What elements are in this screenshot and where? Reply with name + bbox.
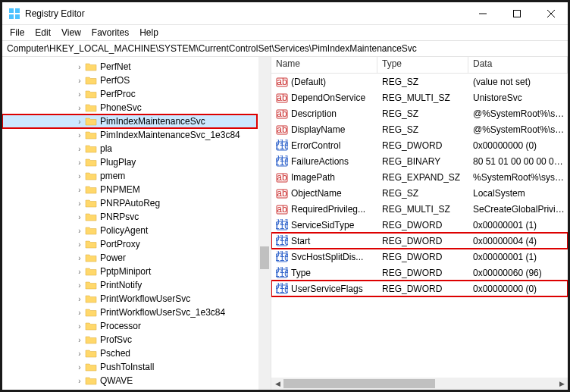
value-row[interactable]: abDisplayNameREG_SZ@%SystemRoot%\system [271, 121, 568, 137]
tree-pane[interactable]: ›PerfNet›PerfOS›PerfProc›PhoneSvc›PimInd… [2, 57, 271, 390]
chevron-right-icon[interactable]: › [74, 350, 85, 358]
value-row[interactable]: abDependOnServiceREG_MULTI_SZUnistoreSvc [271, 89, 568, 105]
chevron-right-icon[interactable]: › [74, 281, 85, 290]
chevron-right-icon[interactable]: › [74, 336, 85, 344]
tree-node[interactable]: ›PushToInstall [2, 360, 257, 374]
chevron-right-icon[interactable]: › [74, 158, 85, 167]
col-name[interactable]: Name [271, 57, 377, 73]
scroll-left-icon[interactable]: ◀ [271, 378, 283, 390]
tree-node[interactable]: ›PimIndexMaintenanceSvc_1e3c84 [2, 128, 257, 142]
folder-icon [85, 375, 97, 386]
menu-file[interactable]: File [5, 26, 29, 39]
folder-icon [85, 212, 97, 222]
chevron-right-icon[interactable]: › [74, 227, 85, 235]
tree-node[interactable]: ›PNPMEM [2, 183, 257, 196]
scroll-right-icon[interactable]: ▶ [556, 378, 568, 390]
value-row[interactable]: abDescriptionREG_SZ@%SystemRoot%\system [271, 105, 568, 121]
tree-node[interactable]: ›PortProxy [2, 237, 257, 251]
col-type[interactable]: Type [377, 57, 468, 73]
list-body[interactable]: ab(Default)REG_SZ(value not set)abDepend… [271, 74, 568, 378]
tree-node[interactable]: ›QWAVEdrv [2, 387, 257, 390]
chevron-right-icon[interactable]: › [74, 145, 85, 153]
folder-icon [85, 362, 97, 372]
col-data[interactable]: Data [468, 57, 568, 73]
scroll-track[interactable] [283, 378, 556, 390]
tree-scrollbar[interactable] [258, 57, 271, 390]
chevron-right-icon[interactable]: › [74, 309, 85, 317]
chevron-right-icon[interactable]: › [74, 90, 85, 99]
folder-icon [85, 198, 97, 209]
folder-icon [85, 239, 97, 249]
value-list-pane: Name Type Data ab(Default)REG_SZ(value n… [271, 57, 568, 390]
folder-icon [85, 321, 97, 331]
chevron-right-icon[interactable]: › [74, 268, 85, 276]
value-data: (value not set) [470, 77, 568, 87]
value-row[interactable]: 011110FailureActionsREG_BINARY80 51 01 0… [271, 153, 568, 169]
value-row[interactable]: 011110StartREG_DWORD0x00000004 (4) [271, 233, 568, 249]
value-row[interactable]: 011110UserServiceFlagsREG_DWORD0x0000000… [271, 281, 568, 296]
chevron-right-icon[interactable]: › [74, 363, 85, 372]
value-data: 80 51 01 00 00 00 00 00 00 [470, 156, 568, 167]
maximize-button[interactable] [500, 3, 534, 24]
chevron-right-icon[interactable]: › [74, 240, 85, 249]
tree-node[interactable]: ›Psched [2, 347, 257, 360]
menu-view[interactable]: View [57, 26, 86, 39]
chevron-right-icon[interactable]: › [74, 213, 85, 221]
tree-node[interactable]: ›pmem [2, 169, 257, 183]
tree-node[interactable]: ›PerfProc [2, 87, 257, 101]
value-row[interactable]: 011110SvcHostSplitDis...REG_DWORD0x00000… [271, 249, 568, 265]
value-type: REG_SZ [379, 108, 470, 119]
tree-node[interactable]: ›PNRPsvc [2, 210, 257, 224]
list-hscrollbar[interactable]: ◀ ▶ [271, 378, 568, 390]
value-row[interactable]: 011110TypeREG_DWORD0x00000060 (96) [271, 265, 568, 281]
tree-node[interactable]: ›PrintNotify [2, 278, 257, 292]
tree-node[interactable]: ›PhoneSvc [2, 101, 257, 114]
folder-icon [85, 252, 97, 263]
tree-node[interactable]: ›PrintWorkflowUserSvc [2, 292, 257, 306]
chevron-right-icon[interactable]: › [74, 131, 85, 140]
chevron-right-icon[interactable]: › [74, 77, 85, 85]
chevron-right-icon[interactable]: › [74, 199, 85, 208]
tree-node[interactable]: ›PolicyAgent [2, 224, 257, 237]
value-row[interactable]: 011110ErrorControlREG_DWORD0x00000000 (0… [271, 137, 568, 153]
scrollbar-thumb[interactable] [260, 246, 269, 269]
value-name: DependOnService [291, 93, 365, 103]
tree-node[interactable]: ›PptpMiniport [2, 265, 257, 278]
chevron-right-icon[interactable]: › [74, 172, 85, 180]
chevron-right-icon[interactable]: › [74, 104, 85, 112]
tree-node[interactable]: ›PNRPAutoReg [2, 196, 257, 210]
tree-node[interactable]: ›Power [2, 251, 257, 265]
tree-node[interactable]: ›PerfOS [2, 74, 257, 87]
value-type: REG_DWORD [379, 284, 470, 294]
value-row[interactable]: abObjectNameREG_SZLocalSystem [271, 185, 568, 201]
tree-node-label: QWAVEdrv [100, 389, 146, 390]
chevron-right-icon[interactable]: › [74, 322, 85, 331]
tree-node[interactable]: ›QWAVE [2, 374, 257, 387]
chevron-right-icon[interactable]: › [74, 63, 85, 71]
chevron-right-icon[interactable]: › [74, 254, 85, 262]
dword-value-icon: 011110 [276, 251, 288, 263]
minimize-button[interactable] [465, 3, 500, 24]
menu-help[interactable]: Help [135, 26, 163, 39]
value-row[interactable]: abRequiredPrivileg...REG_MULTI_SZSeCreat… [271, 201, 568, 217]
value-name: Start [291, 236, 310, 246]
value-row[interactable]: 011110ServiceSidTypeREG_DWORD0x00000001 … [271, 217, 568, 233]
tree-node[interactable]: ›PlugPlay [2, 155, 257, 169]
tree-node[interactable]: ›Processor [2, 319, 257, 333]
tree-node[interactable]: ›PrintWorkflowUserSvc_1e3c84 [2, 306, 257, 319]
tree-node[interactable]: ›ProfSvc [2, 333, 257, 347]
address-bar[interactable]: Computer\HKEY_LOCAL_MACHINE\SYSTEM\Curre… [2, 40, 568, 57]
menu-edit[interactable]: Edit [30, 26, 55, 39]
tree-node[interactable]: ›PerfNet [2, 60, 257, 74]
tree-node[interactable]: ›pla [2, 142, 257, 155]
chevron-right-icon[interactable]: › [74, 186, 85, 194]
value-row[interactable]: ab(Default)REG_SZ(value not set) [271, 74, 568, 89]
scroll-thumb[interactable] [283, 379, 435, 388]
close-button[interactable] [534, 3, 568, 24]
chevron-right-icon[interactable]: › [74, 377, 85, 385]
menu-favorites[interactable]: Favorites [87, 26, 133, 39]
chevron-right-icon[interactable]: › [74, 118, 85, 126]
value-row[interactable]: abImagePathREG_EXPAND_SZ%SystemRoot%\sys… [271, 169, 568, 185]
tree-node[interactable]: ›PimIndexMaintenanceSvc [2, 114, 257, 128]
chevron-right-icon[interactable]: › [74, 295, 85, 303]
